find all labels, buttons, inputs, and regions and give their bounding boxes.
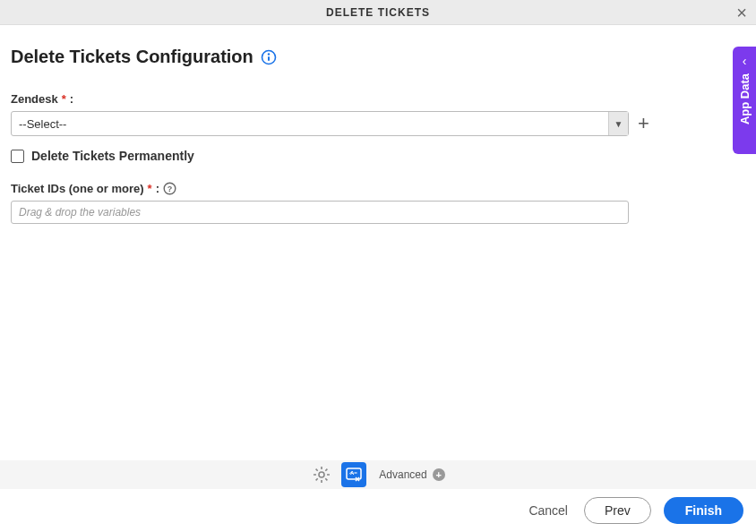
zendesk-select[interactable]: --Select-- ▼ <box>11 111 629 136</box>
variables-icon[interactable]: A= <box>341 462 366 487</box>
app-data-panel-toggle[interactable]: ‹ App Data <box>733 47 756 154</box>
zendesk-selected-value: --Select-- <box>12 112 608 135</box>
delete-permanently-row: Delete Tickets Permanently <box>11 149 745 163</box>
svg-text:A=: A= <box>350 470 357 476</box>
zendesk-select-row: --Select-- ▼ + <box>11 111 745 136</box>
bottom-toolbar: A= Advanced + <box>0 460 756 489</box>
required-marker: * <box>148 182 152 195</box>
svg-point-5 <box>319 472 324 477</box>
ticket-ids-label: Ticket IDs (one or more) <box>11 182 144 195</box>
page-title-row: Delete Tickets Configuration <box>11 47 745 67</box>
cancel-button[interactable]: Cancel <box>525 498 571 523</box>
dialog-header: DELETE TICKETS × <box>0 0 756 25</box>
zendesk-label-row: Zendesk *: <box>11 92 745 106</box>
finish-button[interactable]: Finish <box>664 497 743 524</box>
zendesk-label: Zendesk <box>11 92 58 106</box>
ticket-ids-placeholder: Drag & drop the variables <box>19 206 141 219</box>
add-zendesk-button[interactable]: + <box>638 114 649 133</box>
page-title: Delete Tickets Configuration <box>11 47 253 67</box>
svg-rect-2 <box>268 56 270 61</box>
label-colon: : <box>156 182 159 195</box>
ticket-ids-label-row: Ticket IDs (one or more) *: ? <box>11 181 745 195</box>
field-ticket-ids: Ticket IDs (one or more) *: ? Drag & dro… <box>11 181 745 224</box>
ticket-ids-input[interactable]: Drag & drop the variables <box>11 201 629 224</box>
svg-text:?: ? <box>168 184 173 193</box>
required-marker: * <box>62 92 66 106</box>
gear-icon[interactable] <box>311 464 332 485</box>
field-zendesk: Zendesk *: --Select-- ▼ + <box>11 92 745 136</box>
plus-circle-icon: + <box>433 468 445 481</box>
delete-permanently-checkbox[interactable] <box>11 150 24 163</box>
svg-point-1 <box>268 53 270 55</box>
close-icon[interactable]: × <box>736 4 747 21</box>
help-icon[interactable]: ? <box>163 181 177 195</box>
advanced-label: Advanced <box>379 468 426 481</box>
chevron-down-icon: ▼ <box>608 112 628 135</box>
delete-permanently-label: Delete Tickets Permanently <box>31 149 194 163</box>
dialog-content: Delete Tickets Configuration Zendesk *: … <box>0 25 756 224</box>
dialog-footer: Cancel Prev Finish <box>0 489 756 532</box>
advanced-toggle[interactable]: Advanced + <box>379 468 444 481</box>
chevron-left-icon: ‹ <box>743 54 747 68</box>
label-colon: : <box>70 92 73 106</box>
info-icon[interactable] <box>261 49 277 65</box>
app-data-label: App Data <box>738 73 752 124</box>
dialog-title: DELETE TICKETS <box>326 6 430 19</box>
prev-button[interactable]: Prev <box>584 497 651 524</box>
